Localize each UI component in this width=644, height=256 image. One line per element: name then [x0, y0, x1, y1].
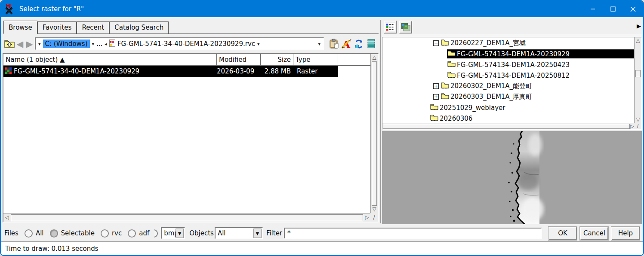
minus-expander-icon[interactable]: − — [433, 40, 439, 46]
tab-recent[interactable]: Recent — [77, 21, 109, 34]
file-list-panel: Name (1 object) ▲ModifiedSizeType FG-GML… — [3, 53, 379, 222]
format-combobox[interactable]: bmp ▼ — [161, 227, 185, 239]
file-type: Raster — [293, 67, 336, 75]
tree-item[interactable]: 20260227_DEM1A_宮城 — [441, 39, 634, 48]
tree-item[interactable]: 20260302_DEM1A_能登町 — [441, 82, 634, 91]
maximize-button[interactable] — [603, 1, 623, 17]
scrollbar-thumb[interactable] — [383, 124, 630, 129]
rename-button[interactable]: A — [341, 39, 352, 49]
tree-vertical-scrollbar[interactable]: △ ▽ — [634, 37, 641, 123]
radio-icon[interactable] — [101, 229, 109, 238]
files-radio-selectable[interactable]: Selectable — [50, 229, 95, 238]
resize-grip[interactable]: / — [370, 213, 378, 222]
radio-label: Selectable — [61, 229, 95, 237]
drive-dropdown-icon-2[interactable]: ▾ — [92, 41, 95, 47]
scroll-down-icon[interactable]: ▽ — [371, 206, 378, 213]
status-text: Time to draw: 0.013 seconds — [5, 245, 98, 253]
tree-item[interactable]: FG-GML-574134-DEM1A-20250423 — [447, 60, 634, 69]
svg-text:MI: MI — [110, 40, 114, 44]
path-file-segment[interactable]: FG-GML-5741-34-40-DEM1A-20230929.rvc — [117, 40, 255, 48]
column-header-size[interactable]: Size — [261, 54, 293, 65]
details-view-button[interactable] — [384, 21, 397, 34]
tree-item[interactable]: 20260303_DEM1A_厚真町 — [441, 92, 634, 101]
scroll-right-icon[interactable]: ▷ — [630, 123, 634, 130]
path-drive-segment[interactable]: C: (Windows) — [43, 40, 90, 48]
back-icon[interactable]: ◀ — [16, 39, 24, 49]
file-dropdown-icon[interactable]: ▾ — [257, 41, 260, 47]
scrollbar-thumb[interactable] — [372, 61, 377, 206]
column-header-name[interactable]: Name (1 object) ▲ — [3, 54, 217, 65]
path-history-dropdown-icon[interactable]: ▾ — [318, 41, 320, 47]
file-modified: 2026-03-09 — [217, 67, 261, 75]
panel-expand-icon[interactable]: ▶ — [637, 23, 641, 29]
tree-item[interactable]: FG-GML-574134-DEM1A-20250812 — [447, 71, 634, 80]
folder-icon — [447, 61, 456, 69]
scroll-up-icon[interactable]: △ — [635, 37, 641, 44]
scrollbar-thumb[interactable] — [635, 70, 641, 77]
refresh-button[interactable] — [354, 39, 364, 49]
help-button[interactable]: Help — [611, 227, 640, 240]
toolbar-icon-group: A — [329, 39, 377, 49]
scroll-down-icon[interactable]: ▽ — [635, 116, 641, 123]
minimize-button[interactable] — [582, 1, 603, 17]
rvc-file-icon: MI — [109, 40, 115, 49]
scroll-up-icon[interactable]: △ — [371, 54, 378, 61]
tree-horizontal-scrollbar[interactable]: ▷ — [382, 123, 634, 129]
select-raster-dialog: MI Select raster for "R" BrowseFavorites… — [0, 0, 644, 256]
radio-icon[interactable] — [25, 229, 33, 238]
tab-catalog-search[interactable]: Catalog Search — [109, 21, 169, 34]
preview-view-button[interactable] — [399, 21, 412, 34]
tree-item[interactable]: FG-GML-574134-DEM1A-20230929 — [447, 49, 634, 58]
file-list-horizontal-scrollbar[interactable]: ◁ ▷ — [3, 213, 370, 222]
panel-divider[interactable] — [380, 20, 381, 223]
file-list-vertical-scrollbar[interactable]: △ ▽ — [370, 54, 378, 213]
tab-browse[interactable]: Browse — [3, 21, 37, 34]
format-dropdown-icon[interactable]: ▼ — [176, 229, 184, 238]
scroll-left-icon[interactable]: ◁ — [3, 214, 10, 221]
files-radio-all[interactable]: All — [25, 229, 44, 238]
file-row[interactable]: FG-GML-5741-34-40-DEM1A-202309292026-03-… — [3, 66, 338, 77]
plus-expander-icon[interactable]: + — [433, 94, 439, 100]
scroll-right-icon[interactable]: ▷ — [364, 214, 370, 221]
objects-combobox[interactable]: All ▼ — [215, 227, 263, 239]
scrollbar-thumb[interactable] — [11, 214, 363, 221]
tree-item[interactable]: 20251029_weblayer — [430, 103, 634, 112]
folder-tree-panel: −20260227_DEM1A_宮城FG-GML-574134-DEM1A-20… — [382, 37, 642, 130]
resize-grip[interactable]: / — [634, 123, 641, 129]
close-button[interactable] — [623, 1, 643, 17]
tree-item[interactable]: 20260306 — [430, 114, 634, 123]
path-ellipsis[interactable]: ... — [96, 40, 102, 48]
list-view-button[interactable] — [366, 39, 377, 49]
tab-strip: BrowseFavoritesRecentCatalog Search — [3, 20, 379, 34]
filter-input[interactable] — [284, 228, 542, 239]
tree-row: FG-GML-574134-DEM1A-20250812 — [382, 70, 634, 81]
drive-dropdown-icon[interactable]: ▾ — [38, 41, 41, 47]
window-controls — [582, 1, 643, 17]
right-toolbar-divider — [382, 35, 642, 35]
paste-path-button[interactable] — [329, 39, 339, 49]
cancel-button[interactable]: Cancel — [580, 227, 608, 240]
files-radio-adf[interactable]: adf — [128, 229, 149, 238]
plus-expander-icon[interactable]: + — [433, 83, 439, 89]
forward-icon[interactable]: ▶ — [25, 39, 34, 49]
column-header-modified[interactable]: Modified — [217, 54, 261, 65]
files-radio-rvc[interactable]: rvc — [101, 229, 122, 238]
ok-button[interactable]: OK — [548, 227, 577, 240]
chevron-left-icon[interactable]: ◂ — [105, 41, 107, 47]
radio-icon[interactable] — [50, 229, 58, 238]
path-combobox[interactable]: ▾ C: (Windows) ▾ ... ◂ MI FG-GML-5741-34… — [35, 37, 324, 50]
tntmips-app-icon: MI — [5, 3, 16, 15]
bottom-control-bar: Files AllSelectablervcadf bmp ▼ Objects … — [1, 225, 643, 241]
folder-up-button[interactable] — [4, 38, 15, 50]
tree-row: +20260303_DEM1A_厚真町 — [382, 91, 634, 102]
column-header-type[interactable]: Type — [293, 54, 338, 65]
tree-item-label: FG-GML-574134-DEM1A-20230929 — [457, 50, 570, 58]
radio-icon[interactable] — [128, 229, 136, 238]
objects-dropdown-icon[interactable]: ▼ — [253, 229, 262, 238]
tree-item-label: FG-GML-574134-DEM1A-20250423 — [457, 61, 570, 69]
tree-row: FG-GML-574134-DEM1A-20230929 — [382, 49, 634, 59]
titlebar: MI Select raster for "R" — [1, 1, 643, 17]
tab-favorites[interactable]: Favorites — [37, 21, 77, 34]
tree-row: +20260302_DEM1A_能登町 — [382, 81, 634, 91]
partial-radio[interactable] — [154, 229, 158, 238]
